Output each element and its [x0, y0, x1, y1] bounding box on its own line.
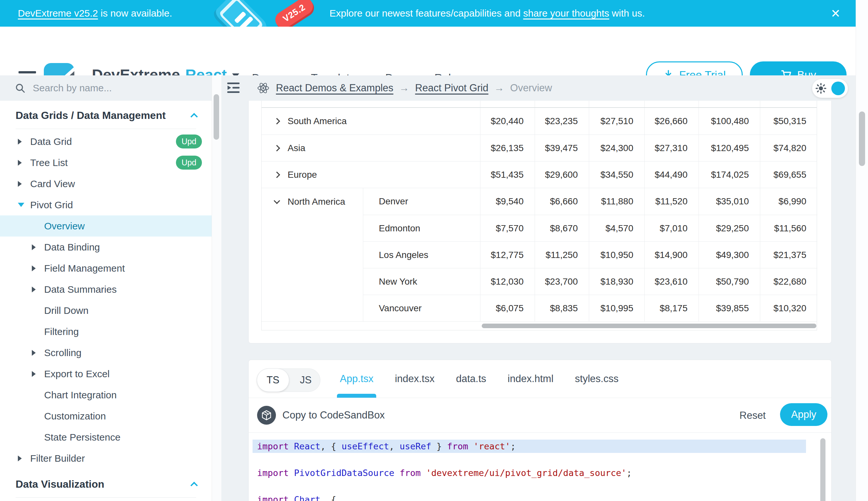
sidebar-item-filtering[interactable]: Filtering: [0, 321, 212, 342]
language-toggle[interactable]: TS JS: [257, 369, 320, 392]
sidebar-item-customization[interactable]: Customization: [0, 405, 212, 427]
pivot-cell: $10,950: [589, 242, 644, 268]
pivot-cell: $6,660: [535, 188, 589, 215]
pivot-cell: $12,030: [480, 268, 535, 295]
sidebar-item-pivot-grid[interactable]: Pivot Grid: [0, 194, 212, 215]
share-thoughts-link[interactable]: share your thoughts: [523, 8, 609, 19]
breadcrumb-pivotgrid-link[interactable]: React Pivot Grid: [415, 82, 488, 94]
code-scrollbar-thumb[interactable]: [820, 438, 825, 501]
pivot-city: Denver: [363, 188, 480, 215]
sidebar-item-tree-list[interactable]: Tree ListUpd: [0, 152, 212, 173]
code-line-highlighted: import React, { useEffect, useRef } from…: [253, 440, 806, 453]
pivot-cell: $10,320: [760, 295, 817, 321]
banner-version-link[interactable]: DevExtreme v25.2: [18, 8, 98, 19]
sidebar-section-data-grids[interactable]: Data Grids / Data Management: [0, 105, 212, 126]
react-icon: [256, 82, 270, 95]
upd-badge: Upd: [176, 156, 202, 170]
sidebar-item-filter-builder[interactable]: Filter Builder: [0, 448, 212, 469]
page-scrollbar-track[interactable]: [856, 0, 868, 501]
banner-close-icon[interactable]: ✕: [827, 5, 844, 22]
app-header: JS DevExtreme React by DevExpress Demos …: [0, 26, 857, 75]
collapse-sidebar-icon[interactable]: [227, 81, 240, 94]
pivot-cell: $12,775: [480, 242, 535, 268]
code-editor[interactable]: import React, { useEffect, useRef } from…: [249, 433, 831, 501]
demo-preview-card: South America $20,440 $23,235 $27,510 $2…: [248, 101, 832, 343]
tab-styles-css[interactable]: styles.css: [575, 360, 618, 398]
sidebar-item-state-persistence[interactable]: State Persistence: [0, 427, 212, 448]
sidebar-item-data-binding[interactable]: Data Binding: [0, 236, 212, 258]
breadcrumb-separator: →: [494, 82, 504, 94]
tab-index-tsx[interactable]: index.tsx: [395, 360, 434, 398]
pivot-cell: $26,135: [480, 135, 535, 161]
search-placeholder: Search by name...: [33, 83, 112, 94]
pivot-hscroll-row: [262, 321, 817, 330]
search-icon: [14, 83, 26, 94]
pivot-cell: $9,540: [480, 188, 535, 215]
code-editor-card: TS JS App.tsx index.tsx data.ts index.ht…: [248, 360, 832, 501]
language-ts-knob[interactable]: TS: [257, 369, 289, 392]
pivot-cell: $24,300: [589, 135, 644, 161]
pivot-grid: South America $20,440 $23,235 $27,510 $2…: [261, 101, 817, 330]
pivot-city: Vancouver: [363, 295, 480, 321]
sidebar-item-scrolling[interactable]: Scrolling: [0, 342, 212, 363]
sidebar-item-drill-down[interactable]: Drill Down: [0, 300, 212, 321]
theme-toggle[interactable]: [812, 79, 848, 98]
breadcrumb-demos-link[interactable]: React Demos & Examples: [276, 82, 393, 94]
collapse-icon[interactable]: [274, 198, 280, 204]
breadcrumb-current: Overview: [510, 82, 552, 94]
sidebar-nav: Data Grids / Data Management Data GridUp…: [0, 101, 212, 501]
sidebar-scrollbar-thumb[interactable]: [213, 94, 219, 140]
promo-banner: DevExtreme v25.2 is now available. V25.2…: [0, 0, 857, 26]
language-js-option[interactable]: JS: [300, 369, 312, 392]
pivot-cell: $23,700: [535, 268, 589, 295]
pivot-cell: $8,670: [535, 215, 589, 242]
pivot-cell: $27,510: [589, 108, 644, 135]
chevron-up-icon: [190, 482, 198, 489]
code-line: import Chart, {: [253, 493, 806, 501]
breadcrumb: React Demos & Examples → React Pivot Gri…: [256, 75, 552, 101]
pivot-cell: $18,930: [589, 268, 644, 295]
horizontal-scrollbar-thumb[interactable]: [482, 323, 816, 328]
expand-icon[interactable]: [274, 118, 280, 125]
banner-version-text: DevExtreme v25.2 is now available.: [18, 0, 172, 26]
pivot-cell: $100,480: [699, 108, 760, 135]
sidebar-item-data-grid[interactable]: Data GridUpd: [0, 131, 212, 152]
pivot-cell: $10,995: [589, 295, 644, 321]
sidebar-item-export-to-excel[interactable]: Export to Excel: [0, 363, 212, 384]
sun-icon: [815, 83, 827, 94]
pivot-clipped-row: [262, 101, 817, 108]
copy-to-codesandbox-button[interactable]: Copy to CodeSandBox: [257, 406, 385, 425]
sidebar-item-overview[interactable]: Overview: [0, 215, 212, 236]
pivot-cell: $29,250: [699, 215, 760, 242]
upd-badge: Upd: [176, 135, 202, 149]
expand-icon[interactable]: [274, 145, 280, 151]
breadcrumb-separator: →: [399, 82, 409, 94]
tab-app-tsx[interactable]: App.tsx: [340, 360, 373, 398]
reset-button[interactable]: Reset: [739, 410, 766, 422]
page-scrollbar-thumb[interactable]: [859, 111, 865, 166]
sidebar-item-chart-integration[interactable]: Chart Integration: [0, 384, 212, 405]
expand-icon[interactable]: [274, 172, 280, 178]
sidebar-search-input[interactable]: Search by name...: [14, 75, 196, 101]
sidebar-item-card-view[interactable]: Card View: [0, 173, 212, 194]
pivot-cell: $23,610: [644, 268, 699, 295]
pivot-cell: $11,520: [644, 188, 699, 215]
pivot-cell: $20,440: [480, 108, 535, 135]
pivot-cell: $6,990: [760, 188, 817, 215]
pivot-cell: $26,660: [644, 108, 699, 135]
sidebar-section-data-visualization[interactable]: Data Visualization: [0, 473, 212, 495]
pivot-group-north-america: North America Denver $9,540 $6,660 $11,8…: [262, 188, 817, 321]
banner-message: Explore our newest features/capabilities…: [329, 0, 645, 26]
pivot-city: Edmonton: [363, 215, 480, 242]
pivot-cell: $39,475: [535, 135, 589, 161]
pivot-cell: $14,900: [644, 242, 699, 268]
pivot-cell: $8,835: [535, 295, 589, 321]
sidebar-item-field-management[interactable]: Field Management: [0, 258, 212, 279]
apply-button[interactable]: Apply: [780, 403, 827, 426]
sidebar-item-data-summaries[interactable]: Data Summaries: [0, 279, 212, 300]
pivot-cell: $27,310: [644, 135, 699, 161]
expand-right-icon: [18, 139, 22, 145]
tab-index-html[interactable]: index.html: [508, 360, 553, 398]
tab-data-ts[interactable]: data.ts: [456, 360, 486, 398]
expand-down-icon: [18, 203, 24, 207]
